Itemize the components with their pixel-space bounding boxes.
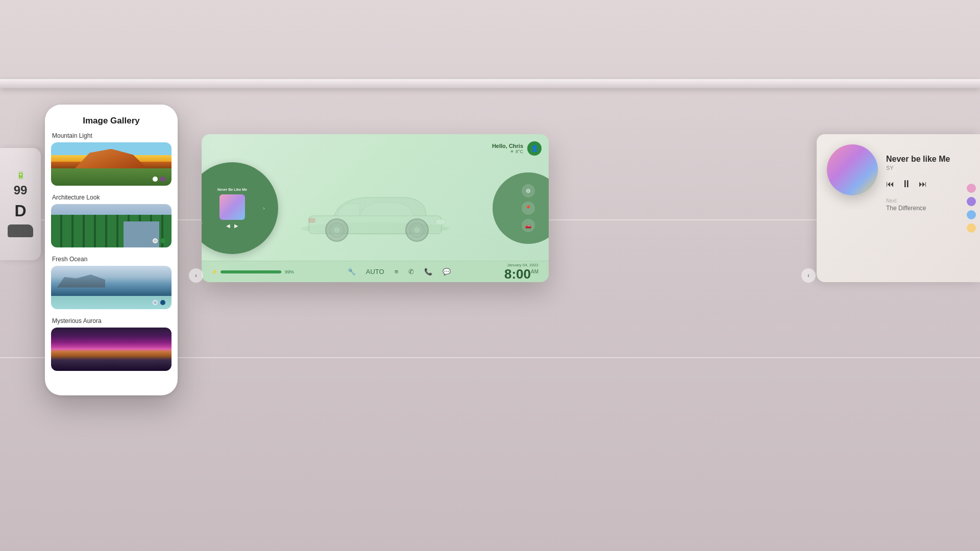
battery-fill [220, 270, 281, 273]
next-track-title: The Difference [886, 205, 966, 212]
music-player-panel: Never be like Me SY ⏮ ⏸ ⏭ Next The Diffe… [817, 134, 980, 282]
battery-indicator: ⚡ 99% [212, 269, 294, 274]
ocean-image[interactable] [51, 266, 172, 309]
color-dot-2[interactable] [967, 197, 976, 206]
gallery-item-architecture[interactable]: Architecture Look [51, 194, 172, 247]
theme-color-dots [967, 184, 976, 233]
aurora-label: Mysterious Aurora [51, 317, 172, 324]
color-dot-4[interactable] [967, 223, 976, 233]
dot-active [160, 177, 165, 182]
wall-ledge [0, 79, 980, 88]
status-left: ⚡ 99% [212, 269, 294, 274]
battery-icon-dash: ⚡ [212, 269, 217, 274]
small-car-icon [8, 224, 33, 237]
music-widget[interactable]: Never Be Like Me ◀ ▶ 🔊 › [202, 162, 278, 254]
dot-active [160, 238, 165, 243]
ocean-label: Fresh Ocean [51, 256, 172, 263]
player-controls[interactable]: ⏮ ⏸ ⏭ [886, 178, 966, 190]
mountain-dots [153, 177, 165, 182]
dot-inactive [153, 238, 158, 243]
battery-icon: 🔋 [16, 171, 25, 179]
dot-inactive [153, 300, 158, 305]
microphone-icon[interactable]: ✆ [408, 268, 414, 276]
wrench-icon[interactable]: 🔧 [348, 268, 356, 276]
auto-mode-btn[interactable]: AUTO [366, 268, 384, 276]
car-icon-btn[interactable]: 🚗 [522, 219, 535, 232]
battery-pct-label: 99% [285, 269, 294, 274]
prev-track-btn[interactable]: ⏮ [886, 180, 894, 189]
color-dot-1[interactable] [967, 184, 976, 193]
volume-icon[interactable]: 🔊 [202, 221, 203, 227]
svg-point-4 [334, 227, 340, 233]
right-widget: ⚙ 📍 🚗 [493, 172, 549, 244]
track-title: Never be like Me [886, 155, 966, 164]
weather-temp: ☀ 8°C [492, 149, 523, 154]
widget-prev-btn[interactable]: ◀ [226, 223, 230, 229]
gallery-list[interactable]: Mountain Light Architecture Look [45, 132, 178, 392]
player-inner: Never be like Me SY ⏮ ⏸ ⏭ Next The Diffe… [817, 134, 980, 282]
drive-mode-label: D [14, 202, 26, 220]
aurora-artwork [51, 328, 172, 371]
phone-mockup: Image Gallery Mountain Light Architectur… [45, 105, 178, 395]
track-artist: SY [886, 165, 966, 171]
dashboard-status-bar: ⚡ 99% 🔧 AUTO ≡ ✆ 📞 💬 January 04, 2022 8:… [202, 261, 549, 282]
dashboard-screen: Hello, Chris ☀ 8°C 👤 Never Be Like Me ◀ … [202, 134, 549, 282]
time-display: 8:00AM [504, 267, 538, 281]
status-right: January 04, 2022 8:00AM [504, 263, 538, 281]
battery-percent: 99 [14, 183, 28, 197]
phone-icon[interactable]: 📞 [424, 268, 432, 276]
ocean-dots [153, 300, 165, 305]
nav-arrow-left[interactable]: ‹ [189, 268, 203, 283]
gallery-item-ocean[interactable]: Fresh Ocean [51, 256, 172, 309]
aurora-image[interactable] [51, 328, 172, 371]
settings-icon-btn[interactable]: ⚙ [522, 184, 535, 197]
dashboard-top-right: Hello, Chris ☀ 8°C 👤 [492, 141, 542, 156]
widget-controls[interactable]: ◀ ▶ [226, 223, 238, 229]
time-suffix: AM [531, 269, 538, 274]
mountain-label: Mountain Light [51, 132, 172, 139]
music-expand-btn[interactable]: › [263, 205, 265, 211]
car-display [288, 180, 462, 252]
architecture-image[interactable] [51, 204, 172, 247]
widget-next-btn[interactable]: ▶ [234, 223, 238, 229]
dot-active [160, 300, 165, 305]
architecture-dots [153, 238, 165, 243]
location-icon-btn[interactable]: 📍 [522, 202, 535, 215]
message-icon[interactable]: 💬 [443, 268, 451, 276]
widget-track-name: Never Be Like Me [217, 188, 247, 191]
gallery-item-mountain[interactable]: Mountain Light [51, 132, 172, 186]
svg-point-8 [435, 219, 446, 225]
battery-bar [220, 270, 282, 273]
mountain-image[interactable] [51, 142, 172, 186]
track-info: Never be like Me SY ⏮ ⏸ ⏭ Next The Diffe… [878, 144, 974, 272]
gallery-title: Image Gallery [45, 105, 178, 132]
album-art-large [827, 144, 878, 195]
nav-arrow-right[interactable]: ‹ [801, 268, 816, 283]
greeting-text: Hello, Chris [492, 143, 523, 149]
color-dot-3[interactable] [967, 210, 976, 219]
svg-rect-9 [309, 218, 315, 222]
user-avatar[interactable]: 👤 [527, 141, 542, 156]
next-track-btn[interactable]: ⏭ [919, 180, 927, 189]
status-center-icons[interactable]: 🔧 AUTO ≡ ✆ 📞 💬 [348, 268, 451, 276]
svg-point-7 [414, 227, 420, 233]
next-label: Next [886, 198, 966, 204]
gallery-item-aurora[interactable]: Mysterious Aurora [51, 317, 172, 371]
left-partial-screen: 🔋 99 D [0, 148, 41, 260]
dot-inactive [153, 177, 158, 182]
widget-album-art [219, 194, 245, 220]
play-pause-btn[interactable]: ⏸ [901, 178, 912, 190]
car-svg [288, 180, 462, 252]
menu-icon[interactable]: ≡ [395, 268, 399, 276]
architecture-label: Architecture Look [51, 194, 172, 201]
dashboard-greeting: Hello, Chris ☀ 8°C [492, 143, 523, 154]
